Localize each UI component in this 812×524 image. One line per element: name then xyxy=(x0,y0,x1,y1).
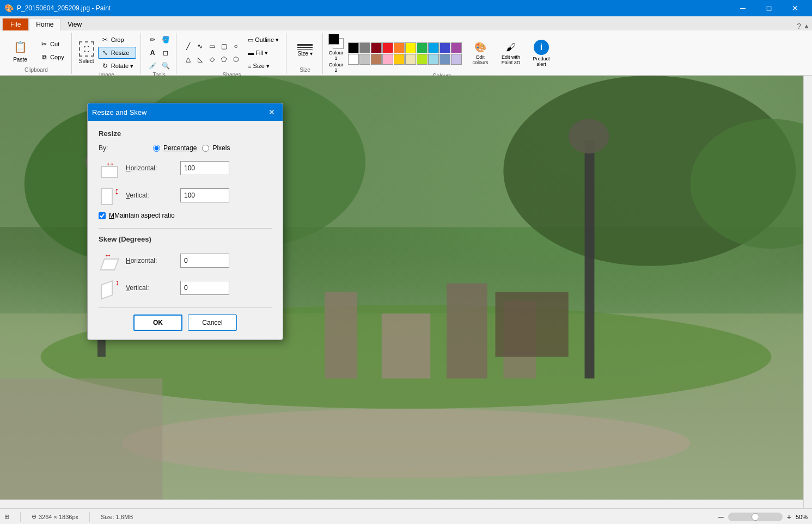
size-text: Size: 1,6MB xyxy=(101,514,133,520)
active-colors: Colour1 Colour2 xyxy=(328,34,344,73)
resize-button[interactable]: ⤡ Resize xyxy=(98,47,136,59)
fill-selector[interactable]: ▬ Fill ▾ xyxy=(245,47,282,59)
canvas-status-icon: ⊞ xyxy=(4,513,9,520)
dialog-buttons: OK Cancel xyxy=(99,307,272,331)
skew-horizontal-input[interactable]: 0 xyxy=(180,254,229,268)
swatch-orange[interactable] xyxy=(394,42,405,53)
swatch-white[interactable] xyxy=(348,54,359,65)
swatch-blue[interactable] xyxy=(439,42,450,53)
picker-tool[interactable]: 💉 xyxy=(146,60,158,72)
rotate-button[interactable]: ↻ Rotate ▾ xyxy=(98,60,136,72)
dialog-close-button[interactable]: ✕ xyxy=(265,106,278,119)
swatch-cream[interactable] xyxy=(405,54,416,65)
pixels-option[interactable]: Pixels xyxy=(202,144,230,152)
close-button[interactable]: ✕ xyxy=(783,0,808,16)
outline-selector[interactable]: ▭ Outline ▾ xyxy=(245,34,282,46)
paste-button[interactable]: 📋 Paste xyxy=(5,35,35,66)
fill-icon: ▬ xyxy=(248,50,254,56)
crop-button[interactable]: ✂ Crop xyxy=(98,34,136,46)
swatch-lightgray[interactable] xyxy=(359,54,370,65)
pixels-radio[interactable] xyxy=(202,145,209,152)
swatch-steelblue[interactable] xyxy=(439,54,450,65)
tab-view[interactable]: View xyxy=(60,17,89,30)
hexagon-tool[interactable]: ⬡ xyxy=(230,53,242,65)
horizontal-input[interactable]: 100 xyxy=(180,161,229,175)
edit-colours-button[interactable]: 🎨 Editcolours xyxy=(466,39,494,68)
swatch-gold[interactable] xyxy=(394,54,405,65)
tab-home[interactable]: Home xyxy=(29,18,60,31)
resize-horizontal-row: ↔ Horizontal: 100 xyxy=(99,157,272,179)
eraser-tool[interactable]: ◻ xyxy=(160,47,172,59)
swatch-yellow[interactable] xyxy=(405,42,416,53)
line-tool[interactable]: ╱ xyxy=(182,40,194,52)
percentage-option[interactable]: Percentage xyxy=(153,144,197,152)
swatch-purple[interactable] xyxy=(451,42,462,53)
colors-content: Colour1 Colour2 xyxy=(328,34,555,73)
cancel-button[interactable]: Cancel xyxy=(188,315,237,331)
skew-v-shape xyxy=(101,280,113,300)
app-icon: 🎨 xyxy=(4,4,14,13)
zoom-slider[interactable] xyxy=(728,513,783,521)
text-tool[interactable]: A xyxy=(146,47,158,59)
ok-button[interactable]: OK xyxy=(133,315,182,331)
minimize-button[interactable]: ─ xyxy=(730,0,755,16)
diamond-tool[interactable]: ◇ xyxy=(206,53,218,65)
titlebar-left: 🎨 P_20150604_205209.jpg - Paint xyxy=(4,4,111,13)
ribbon-group-size: Size ▾ Size xyxy=(288,33,323,74)
swatch-green[interactable] xyxy=(417,42,428,53)
ribbon-collapse-icon[interactable]: ▲ xyxy=(803,22,810,30)
skew-v-arrow: ↕ xyxy=(115,278,119,287)
color-palette xyxy=(348,42,462,65)
select-button[interactable]: ⛶ Select xyxy=(77,40,96,66)
swatch-gray[interactable] xyxy=(359,42,370,53)
swatch-lightblue[interactable] xyxy=(428,42,439,53)
swatch-darkred[interactable] xyxy=(371,42,382,53)
triangle-tool[interactable]: △ xyxy=(182,53,194,65)
edit-paint3d-button[interactable]: 🖌 Edit withPaint 3D xyxy=(497,38,525,69)
size-icon: ≡ xyxy=(248,63,251,69)
swatch-lavender[interactable] xyxy=(451,54,462,65)
dialog-overlay: Resize and Skew ✕ Resize By: Percentage xyxy=(0,76,812,508)
paste-label: Paste xyxy=(13,57,27,63)
fill-label: Fill ▾ xyxy=(255,50,268,57)
maximize-button[interactable]: □ xyxy=(756,0,782,16)
zoom-plus-button[interactable]: + xyxy=(787,513,791,521)
swatch-red[interactable] xyxy=(382,42,393,53)
skew-v-icon-container: ↕ xyxy=(99,277,120,299)
zoom-minus-button[interactable]: ─ xyxy=(718,513,724,521)
right-triangle-tool[interactable]: ◺ xyxy=(194,53,206,65)
skew-h-icon-container: ↔ xyxy=(99,250,120,272)
ellipse-tool[interactable]: ○ xyxy=(230,40,242,52)
curve-tool[interactable]: ∿ xyxy=(194,40,206,52)
swatch-brown[interactable] xyxy=(371,54,382,65)
rect-tool[interactable]: ▭ xyxy=(206,40,218,52)
outline-fill-group: ▭ Outline ▾ ▬ Fill ▾ ≡ Size ▾ xyxy=(245,34,282,72)
skew-vertical-input[interactable]: 0 xyxy=(180,281,229,295)
shapes-content: ╱ ∿ ▭ ▢ ○ △ ◺ ◇ ⬠ ⬡ ▭ Outline ▾ xyxy=(182,34,282,72)
product-alert-button[interactable]: i Productalert xyxy=(527,38,555,69)
titlebar-title: P_20150604_205209.jpg - Paint xyxy=(17,4,111,12)
dialog-title: Resize and Skew xyxy=(92,108,146,116)
copy-button[interactable]: ⧉ Copy xyxy=(37,51,67,63)
swatch-lime[interactable] xyxy=(417,54,428,65)
fill-tool[interactable]: 🪣 xyxy=(160,34,172,46)
pencil-tool[interactable]: ✏ xyxy=(146,34,158,46)
swatch-black[interactable] xyxy=(348,42,359,53)
percentage-radio[interactable] xyxy=(153,145,160,152)
pentagon-tool[interactable]: ⬠ xyxy=(218,53,230,65)
size-selector[interactable]: ≡ Size ▾ xyxy=(245,60,282,72)
maintain-aspect-checkbox[interactable] xyxy=(99,212,106,219)
copy-icon: ⧉ xyxy=(40,53,48,61)
swatch-pink[interactable] xyxy=(382,54,393,65)
magnify-tool[interactable]: 🔍 xyxy=(160,60,172,72)
resize-v-icon-container: ↕ xyxy=(99,184,120,206)
swatch-sky[interactable] xyxy=(428,54,439,65)
rotate-icon: ↻ xyxy=(101,61,109,70)
vertical-input[interactable]: 100 xyxy=(180,188,229,202)
ribbon-help-icon: ? xyxy=(797,22,801,30)
tab-file[interactable]: File xyxy=(2,18,29,31)
size-button[interactable]: Size ▾ xyxy=(292,35,318,66)
rounded-rect-tool[interactable]: ▢ xyxy=(218,40,230,52)
cut-button[interactable]: ✂ Cut xyxy=(37,38,67,50)
color1-swatch[interactable] xyxy=(328,34,339,45)
